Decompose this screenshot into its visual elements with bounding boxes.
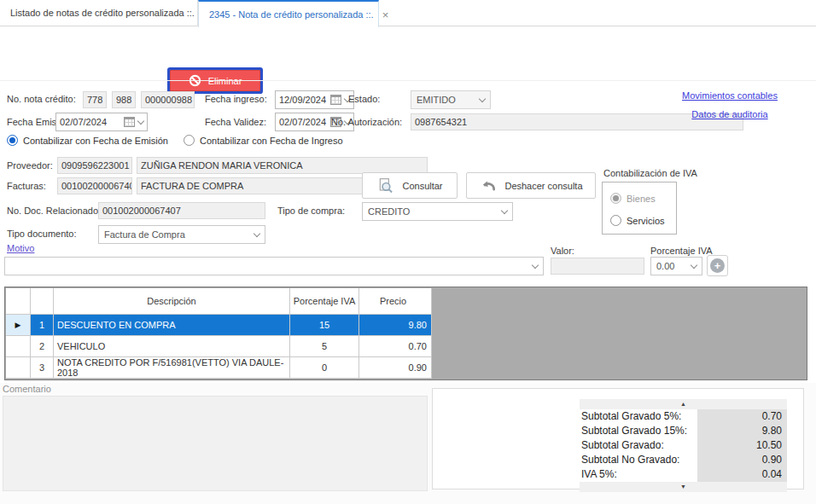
tipo-documento-select[interactable]: Factura de Compra bbox=[98, 225, 265, 244]
chevron-down-icon bbox=[479, 95, 486, 101]
row-number-cell: 1 bbox=[31, 315, 54, 336]
radio-selected-disabled-icon bbox=[610, 193, 621, 204]
row-selector-cell[interactable] bbox=[6, 336, 31, 357]
radio-servicios[interactable]: Servicios bbox=[610, 215, 665, 226]
grid-row-1[interactable]: ▶ 1 DESCUENTO EN COMPRA 15 9.80 bbox=[6, 315, 432, 336]
total-value: 9.80 bbox=[697, 424, 787, 438]
total-value: 0.90 bbox=[697, 453, 787, 467]
row-selector-cell[interactable]: ▶ bbox=[6, 315, 31, 336]
grid-row-2[interactable]: 2 VEHICULO 5 0.70 bbox=[6, 336, 432, 357]
radio-contabilizar-emision[interactable]: Contabilizar con Fecha de Emisión bbox=[7, 135, 168, 146]
radio-unselected-icon bbox=[184, 135, 195, 146]
items-grid-table: Descripción Porcentaje IVA Precio ▶ 1 DE… bbox=[6, 288, 432, 379]
porcentaje-iva-cell[interactable]: 15 bbox=[290, 315, 359, 336]
datos-auditoria-link[interactable]: Datos de auditoria bbox=[679, 109, 781, 119]
field-value: 000000988 bbox=[145, 95, 192, 105]
nota-credito-serie2-field[interactable]: 988 bbox=[112, 91, 136, 108]
radio-label: Contabilizar con Fecha de Emisión bbox=[23, 136, 168, 146]
close-tab-icon[interactable]: × bbox=[382, 9, 389, 20]
grid-header-porcentaje-iva[interactable]: Porcentaje IVA bbox=[290, 288, 359, 315]
contabilizacion-iva-groupbox: Bienes Servicios bbox=[602, 182, 677, 235]
date-value: 12/09/2024 bbox=[279, 95, 327, 105]
date-value: 02/07/2024 bbox=[60, 117, 120, 127]
grid-header-descripcion[interactable]: Descripción bbox=[54, 288, 290, 315]
chevron-down-icon bbox=[254, 229, 260, 236]
radio-unselected-icon bbox=[610, 215, 621, 226]
tab-listado-notas[interactable]: Listado de notas de crédito personalizad… bbox=[0, 0, 198, 26]
search-document-icon bbox=[376, 177, 395, 194]
chevron-down-icon bbox=[501, 206, 508, 213]
estado-select[interactable]: EMITIDO bbox=[411, 90, 491, 109]
bottom-section: Comentario ▲ Subtotal Gravado 5%: 0.70 S… bbox=[0, 383, 816, 504]
row-selector-cell[interactable] bbox=[6, 357, 31, 379]
totals-list: ▲ Subtotal Gravado 5%: 0.70 Subtotal Gra… bbox=[580, 399, 787, 492]
fecha-ingreso-input[interactable]: 12/09/2024 bbox=[275, 90, 354, 109]
precio-cell[interactable]: 9.80 bbox=[359, 315, 432, 336]
total-row: Subtotal Gravado: 10.50 bbox=[580, 438, 787, 453]
precio-cell[interactable]: 0.70 bbox=[359, 336, 432, 357]
total-value: 10.50 bbox=[697, 438, 787, 453]
select-value: 0.00 bbox=[656, 261, 691, 271]
facturas-codigo-field[interactable]: 001002000067407 bbox=[57, 177, 132, 194]
total-label: IVA 5%: bbox=[580, 467, 697, 482]
porcentaje-iva-select[interactable]: 0.00 bbox=[650, 257, 702, 275]
scroll-down-button[interactable]: ▼ bbox=[580, 482, 787, 492]
consultar-button[interactable]: Consultar bbox=[362, 172, 458, 199]
deshacer-label: Deshacer consulta bbox=[504, 181, 582, 191]
comentario-textarea[interactable] bbox=[3, 396, 428, 491]
scroll-up-button[interactable]: ▲ bbox=[580, 399, 787, 409]
tab-label: Listado de notas de crédito personalizad… bbox=[10, 8, 195, 18]
nota-credito-secuencial-field[interactable]: 000000988 bbox=[141, 91, 195, 108]
descripcion-cell[interactable]: NOTA CREDITO POR F/516981(VETTO) VIA DAU… bbox=[54, 357, 290, 379]
tab-bar: Listado de notas de crédito personalizad… bbox=[0, 0, 816, 26]
motivo-link[interactable]: Motivo bbox=[7, 243, 34, 253]
chevron-down-icon bbox=[137, 117, 144, 124]
total-row: Subtotal Gravado 5%: 0.70 bbox=[580, 409, 787, 424]
motivo-select[interactable] bbox=[4, 257, 544, 275]
field-value: 001002000067407 bbox=[61, 181, 132, 191]
grid-header-precio[interactable]: Precio bbox=[359, 288, 432, 315]
add-item-button[interactable]: + bbox=[707, 255, 728, 276]
calendar-icon bbox=[124, 117, 135, 127]
no-doc-relacionado-field[interactable]: 001002000067407 bbox=[98, 202, 265, 219]
descripcion-cell[interactable]: VEHICULO bbox=[54, 336, 290, 357]
movimientos-contables-link[interactable]: Movimientos contables bbox=[679, 90, 781, 101]
porcentaje-iva-cell[interactable]: 5 bbox=[290, 336, 359, 357]
no-nota-credito-label: No. nota crédito: bbox=[7, 94, 76, 104]
total-label: Subtotal Gravado 5%: bbox=[580, 409, 697, 424]
total-label: Subtotal Gravado 15%: bbox=[580, 424, 697, 438]
total-row: Subtotal Gravado 15%: 9.80 bbox=[580, 424, 787, 438]
tab-nota-credito[interactable]: 2345 - Nota de crédito personalizada ::.… bbox=[198, 0, 379, 27]
field-value: FACTURA DE COMPRA bbox=[141, 181, 243, 191]
precio-cell[interactable]: 0.90 bbox=[359, 357, 432, 379]
grid-header-selector bbox=[6, 288, 31, 315]
descripcion-cell[interactable]: DESCUENTO EN COMPRA bbox=[54, 315, 290, 336]
grid-row-3[interactable]: 3 NOTA CREDITO POR F/516981(VETTO) VIA D… bbox=[6, 357, 432, 379]
select-value: CREDITO bbox=[368, 206, 502, 217]
fecha-emision-input[interactable]: 02/07/2024 bbox=[55, 113, 148, 131]
field-value: 778 bbox=[87, 95, 102, 105]
chevron-down-icon bbox=[691, 261, 697, 268]
fecha-ingreso-label: Fecha ingreso: bbox=[205, 94, 267, 104]
nota-credito-serie1-field[interactable]: 778 bbox=[83, 91, 107, 108]
total-row: Subtotal No Gravado: 0.90 bbox=[580, 453, 787, 467]
deshacer-consulta-button[interactable]: Deshacer consulta bbox=[466, 172, 596, 199]
estado-label: Estado: bbox=[348, 94, 380, 104]
radio-bienes[interactable]: Bienes bbox=[610, 193, 656, 204]
porcentaje-iva-label: Porcentaje IVA bbox=[650, 246, 713, 256]
fecha-validez-label: Fecha Validez: bbox=[205, 117, 266, 127]
proveedor-codigo-field[interactable]: 0909596223001 bbox=[57, 157, 132, 174]
field-value: 001002000067407 bbox=[102, 206, 181, 216]
total-label: Subtotal Gravado: bbox=[580, 438, 697, 453]
valor-field[interactable] bbox=[551, 258, 644, 275]
items-grid: Descripción Porcentaje IVA Precio ▶ 1 DE… bbox=[4, 287, 807, 380]
porcentaje-iva-cell[interactable]: 0 bbox=[290, 357, 359, 379]
proveedor-nombre-field[interactable]: ZUÑIGA RENDON MARIA VERONICA bbox=[137, 157, 428, 174]
consultar-label: Consultar bbox=[402, 181, 442, 191]
radio-label: Bienes bbox=[627, 194, 656, 204]
field-value: 0987654321 bbox=[415, 117, 467, 127]
tipo-compra-select[interactable]: CREDITO bbox=[362, 202, 513, 221]
radio-contabilizar-ingreso[interactable]: Contabilizar con Fecha de Ingreso bbox=[184, 135, 343, 146]
tipo-documento-label: Tipo documento: bbox=[7, 229, 77, 239]
up-arrow-icon: ▲ bbox=[680, 401, 686, 407]
